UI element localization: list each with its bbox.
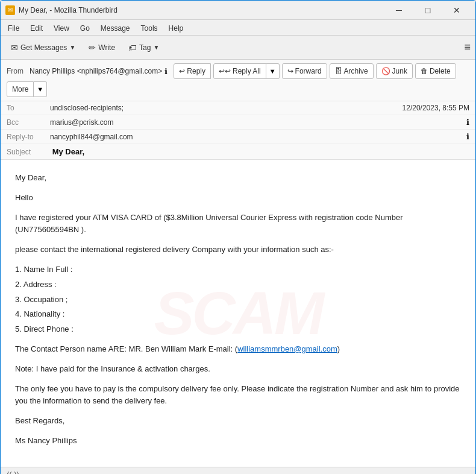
reply-label: Reply: [187, 67, 205, 75]
archive-button[interactable]: 🗄 Archive: [330, 63, 374, 79]
reply-all-label: Reply All: [233, 67, 261, 75]
hamburger-menu-icon[interactable]: ≡: [464, 41, 471, 54]
body-paragraph1: I have registered your ATM VISA CARD of …: [15, 212, 461, 237]
list-item-3: 3. Occupation ;: [15, 294, 461, 306]
reply-all-group: ↩↩ Reply All ▼: [213, 63, 280, 79]
to-label: To: [7, 104, 50, 112]
archive-label: Archive: [344, 67, 368, 75]
bcc-row: Bcc marius@pcrisk.com ℹ: [1, 115, 475, 130]
from-info-icon: ℹ: [164, 67, 168, 76]
tag-dropdown-icon[interactable]: ▼: [153, 44, 159, 51]
window-title: My Dear, - Mozilla Thunderbird: [19, 6, 117, 14]
window-controls: ─ □ ✕: [385, 1, 471, 20]
tag-label: Tag: [139, 43, 151, 52]
body-note: Note: I have paid for the Insurance & ac…: [15, 363, 461, 376]
list-item-1: 1. Name In Full :: [15, 264, 461, 276]
bcc-value: marius@pcrisk.com: [50, 118, 466, 127]
body-sign1: Best Regards,: [15, 415, 461, 428]
status-bar: ((·)): [1, 467, 475, 474]
body-hello: Hello: [15, 192, 461, 204]
body-contact: The Contact Person name ARE: MR. Ben Wil…: [15, 343, 461, 356]
reply-all-button[interactable]: ↩↩ Reply All: [213, 63, 266, 79]
title-bar-left: ✉ My Dear, - Mozilla Thunderbird: [5, 5, 117, 15]
write-button[interactable]: ✏ Write: [83, 39, 121, 57]
reply-to-row: Reply-to nancyphil844@gmail.com ℹ: [1, 130, 475, 144]
menu-view[interactable]: View: [49, 21, 74, 34]
wifi-icon: ((·)): [7, 470, 19, 474]
body-greeting: My Dear,: [15, 172, 461, 185]
junk-label: Junk: [392, 67, 407, 75]
reply-icon: ↩: [179, 67, 185, 75]
get-messages-icon: ✉: [11, 43, 18, 52]
subject-label: Subject: [7, 148, 50, 156]
contact-pre: The Contact Person name ARE: MR. Ben Wil…: [15, 344, 237, 353]
reply-to-value: nancyphil844@gmail.com: [50, 133, 466, 141]
contact-post: ): [337, 344, 340, 353]
junk-button[interactable]: 🚫 Junk: [376, 63, 413, 79]
more-dropdown[interactable]: ▼: [34, 81, 47, 97]
get-messages-button[interactable]: ✉ Get Messages ▼: [5, 39, 81, 57]
reply-button[interactable]: ↩ Reply: [174, 63, 211, 79]
forward-icon: ↪: [287, 67, 293, 75]
email-action-toolbar: From Nancy Phillips <nphilips764@gmail.c…: [1, 60, 475, 101]
bcc-label: Bcc: [7, 118, 50, 127]
to-row: To undisclosed-recipients; 12/20/2023, 8…: [1, 101, 475, 115]
delete-icon: 🗑: [421, 67, 428, 75]
delete-label: Delete: [430, 67, 451, 75]
from-address: Nancy Phillips <nphilips764@gmail.com>: [30, 67, 162, 75]
body-list: 1. Name In Full : 2. Address : 3. Occupa…: [15, 264, 461, 336]
get-messages-label: Get Messages: [20, 43, 67, 52]
minimize-button[interactable]: ─: [385, 1, 413, 20]
more-label: More: [12, 85, 28, 93]
menu-message[interactable]: Message: [96, 21, 135, 34]
subject-row: Subject My Dear,: [1, 144, 475, 159]
tag-button[interactable]: 🏷 Tag ▼: [123, 39, 164, 57]
reply-all-dropdown[interactable]: ▼: [266, 63, 280, 79]
menu-go[interactable]: Go: [75, 21, 95, 34]
email-date: 12/20/2023, 8:55 PM: [402, 104, 469, 112]
menu-help[interactable]: Help: [164, 21, 189, 34]
menu-tools[interactable]: Tools: [136, 21, 163, 34]
thunderbird-window: ✉ My Dear, - Mozilla Thunderbird ─ □ ✕ F…: [0, 0, 476, 474]
forward-label: Forward: [295, 67, 322, 75]
main-toolbar: ✉ Get Messages ▼ ✏ Write 🏷 Tag ▼ ≡: [1, 36, 475, 60]
reply-to-info-icon: ℹ: [466, 132, 469, 141]
body-paragraph3: The only fee you have to pay is the comp…: [15, 383, 461, 408]
list-item-5: 5. Direct Phone :: [15, 323, 461, 336]
title-bar: ✉ My Dear, - Mozilla Thunderbird ─ □ ✕: [1, 1, 475, 20]
delete-button[interactable]: 🗑 Delete: [415, 63, 456, 79]
reply-group: ↩ Reply: [174, 63, 211, 79]
tag-icon: 🏷: [128, 43, 137, 52]
reply-to-label: Reply-to: [7, 133, 50, 141]
to-value: undisclosed-recipients;: [50, 104, 402, 112]
write-icon: ✏: [89, 43, 96, 52]
menu-edit[interactable]: Edit: [25, 21, 48, 34]
archive-icon: 🗄: [335, 67, 342, 75]
from-label: From: [7, 67, 23, 75]
more-button[interactable]: More: [7, 81, 34, 97]
email-body: SCAM My Dear, Hello I have registered yo…: [1, 160, 475, 467]
list-item-4: 4. Nationality :: [15, 308, 461, 321]
write-label: Write: [98, 43, 115, 52]
bcc-info-icon: ℹ: [466, 118, 469, 127]
get-messages-dropdown-icon[interactable]: ▼: [69, 44, 75, 51]
junk-icon: 🚫: [381, 67, 390, 75]
forward-button[interactable]: ↪ Forward: [282, 63, 327, 79]
menu-file[interactable]: File: [3, 21, 24, 34]
more-group: More ▼: [7, 81, 47, 97]
body-sign2: Ms Nancy Phillips: [15, 435, 461, 447]
subject-value: My Dear,: [52, 147, 84, 156]
reply-all-icon: ↩↩: [219, 67, 231, 75]
app-icon: ✉: [5, 5, 15, 15]
contact-email-link[interactable]: williamsmmrben@gmail.com: [237, 344, 337, 353]
email-header: From Nancy Phillips <nphilips764@gmail.c…: [1, 60, 475, 160]
body-paragraph2: please contact the international registe…: [15, 244, 461, 256]
close-button[interactable]: ✕: [443, 1, 471, 20]
list-item-2: 2. Address :: [15, 279, 461, 291]
maximize-button[interactable]: □: [414, 1, 442, 20]
menu-bar: File Edit View Go Message Tools Help: [1, 20, 475, 36]
